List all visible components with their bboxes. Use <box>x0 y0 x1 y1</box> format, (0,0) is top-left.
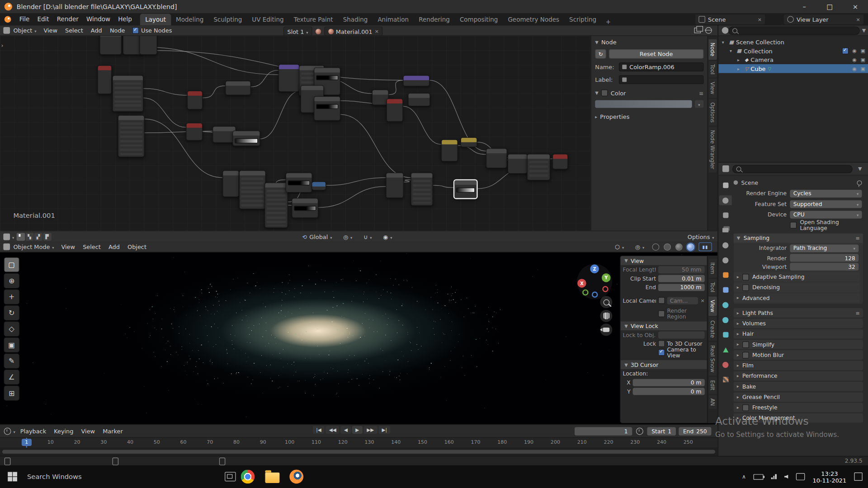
properties-tab-scene[interactable] <box>719 240 732 250</box>
checkbox[interactable] <box>742 352 749 358</box>
panel-motion-blur[interactable]: ▸Motion Blur <box>733 350 863 360</box>
shader-menu-node[interactable]: Node <box>106 24 129 37</box>
view-panel-header[interactable]: ▼ View <box>621 256 707 265</box>
select-subtract-button[interactable]: ▞ <box>34 233 42 240</box>
outliner-row-camera[interactable]: ▸◆Camera◉▣ <box>718 55 868 64</box>
horizontal-scrollbar[interactable] <box>2 450 715 454</box>
node-panel-header[interactable]: ▼ Node <box>595 39 703 46</box>
checkbox[interactable] <box>742 404 749 411</box>
properties-tab-view-layer[interactable] <box>719 225 732 235</box>
shader-node[interactable] <box>239 170 266 209</box>
shader-node[interactable] <box>411 173 433 206</box>
shader-node[interactable] <box>264 183 288 228</box>
node-sidebar-tab-node[interactable]: Node <box>708 39 717 60</box>
panel-hair[interactable]: ▸Hair <box>733 329 863 339</box>
cursor-y-field[interactable]: 0 m <box>633 388 705 395</box>
tray-expand-icon[interactable]: ∧ <box>742 474 746 479</box>
shader-node[interactable] <box>225 81 250 95</box>
file-explorer-taskbar-item[interactable] <box>260 465 284 488</box>
render-engine-dropdown[interactable]: Cycles <box>790 189 862 197</box>
panel-grease-pencil[interactable]: ▸Grease Pencil <box>733 392 863 402</box>
focal-length-field[interactable]: 50 mm <box>658 266 705 273</box>
shader-node[interactable] <box>486 148 507 168</box>
shader-node[interactable] <box>314 96 340 121</box>
camera-toggle-icon[interactable]: ▣ <box>860 48 865 54</box>
outliner-row-scene-collection[interactable]: ▾▦Scene Collection <box>718 38 868 47</box>
workspace-tab-rendering[interactable]: Rendering <box>414 14 455 26</box>
checkbox[interactable] <box>742 341 749 348</box>
play-reverse-button[interactable]: ◀ <box>341 426 351 434</box>
mode-dropdown[interactable]: Object Mode <box>10 244 57 250</box>
shader-node[interactable] <box>386 173 403 198</box>
active-tool-icon[interactable] <box>3 233 10 240</box>
network-icon[interactable] <box>771 474 777 479</box>
cursor-panel-header[interactable]: ▼ 3D Cursor <box>621 360 707 369</box>
menu-render[interactable]: Render <box>53 13 82 25</box>
shader-node[interactable] <box>278 64 300 92</box>
shader-node[interactable] <box>311 182 326 191</box>
unlink-view-layer-icon[interactable]: × <box>856 17 860 22</box>
shader-node[interactable] <box>408 93 430 106</box>
shader-node[interactable] <box>292 198 318 218</box>
outliner-editor-icon[interactable] <box>722 27 729 34</box>
shader-node[interactable] <box>441 140 458 162</box>
properties-tab-output[interactable] <box>719 210 732 220</box>
panel-menu-icon[interactable]: ≡ <box>855 235 859 241</box>
taskbar-clock[interactable]: 13:23 10-11-2021 <box>813 470 847 483</box>
panel-menu-icon[interactable]: ≡ <box>699 90 703 96</box>
add-workspace-button[interactable]: + <box>601 18 615 25</box>
pin-icon[interactable] <box>857 180 862 185</box>
use-nodes-checkbox[interactable] <box>132 27 139 34</box>
menu-help[interactable]: Help <box>114 13 136 25</box>
workspace-tab-layout[interactable]: Layout <box>140 14 171 26</box>
workspace-tab-sculpting[interactable]: Sculpting <box>208 14 247 26</box>
touch-keyboard-icon[interactable] <box>796 473 805 480</box>
shader-node[interactable] <box>118 115 145 157</box>
overlay-toggle-icon[interactable] <box>694 28 701 33</box>
checkbox[interactable] <box>742 284 749 291</box>
taskbar-search[interactable]: Search Windows <box>27 473 82 480</box>
rotate-tool[interactable]: ↻ <box>4 305 19 320</box>
start-button[interactable] <box>8 472 17 481</box>
navigation-gizmo[interactable]: Z Y X <box>577 264 612 299</box>
viewport-menu-select[interactable]: Select <box>79 242 105 253</box>
current-frame-field[interactable]: 1 <box>575 427 632 435</box>
node-sidebar-tab-node-wrangler[interactable]: Node Wrangler <box>708 127 717 173</box>
feature-set-dropdown[interactable]: Supported <box>790 200 862 208</box>
axis-x-ball[interactable]: X <box>577 279 586 288</box>
panel-simplify[interactable]: ▸Simplify <box>733 340 863 349</box>
reset-node-button[interactable]: Reset Node <box>609 49 703 59</box>
workspace-tab-compositing[interactable]: Compositing <box>455 14 503 26</box>
outliner-row-cube[interactable]: ▸▽Cube▽◉▣ <box>718 64 868 73</box>
menu-file[interactable]: File <box>15 13 33 25</box>
sampling-panel-header[interactable]: ▼ Sampling ≡ <box>733 234 863 243</box>
shader-node[interactable] <box>99 36 122 55</box>
properties-tab-material[interactable] <box>719 360 732 370</box>
select-intersect-button[interactable]: ▛ <box>43 233 51 240</box>
shader-menu-view[interactable]: View <box>40 24 61 37</box>
viewport-menu-object[interactable]: Object <box>123 242 150 253</box>
node-name-field[interactable]: ColorRamp.006 <box>619 62 703 71</box>
shader-node[interactable] <box>113 75 144 112</box>
slot-dropdown[interactable]: Slot 1 <box>283 27 312 36</box>
properties-tab-texture[interactable] <box>719 375 732 385</box>
axis-z-neg-ball[interactable] <box>592 291 598 297</box>
panel-performance[interactable]: ▸Performance <box>733 371 863 381</box>
shader-node[interactable] <box>508 154 528 174</box>
minimize-button[interactable]: – <box>792 0 817 13</box>
refresh-icon[interactable]: ↻ <box>595 49 606 59</box>
panel-volumes[interactable]: ▸Volumes <box>733 319 863 328</box>
properties-tab-world[interactable] <box>719 255 732 265</box>
node-sidebar-tab-tool[interactable]: Tool <box>708 61 717 77</box>
properties-tab-tool[interactable] <box>719 180 732 190</box>
battery-icon[interactable] <box>754 474 764 479</box>
node-sidebar-tab-options[interactable]: Options <box>708 99 717 126</box>
viewport-menu-add[interactable]: Add <box>104 242 123 253</box>
viewport-sidebar-tab-tool[interactable]: Tool <box>708 279 717 296</box>
cursor-tool[interactable]: ⊕ <box>4 273 19 288</box>
timeline-menu-keying[interactable]: Keying <box>50 425 77 437</box>
menu-edit[interactable]: Edit <box>33 13 53 25</box>
shading-material-button[interactable] <box>675 243 683 250</box>
select-extend-button[interactable]: ▚ <box>25 233 33 240</box>
scene-selector[interactable]: Scene × <box>695 14 765 24</box>
